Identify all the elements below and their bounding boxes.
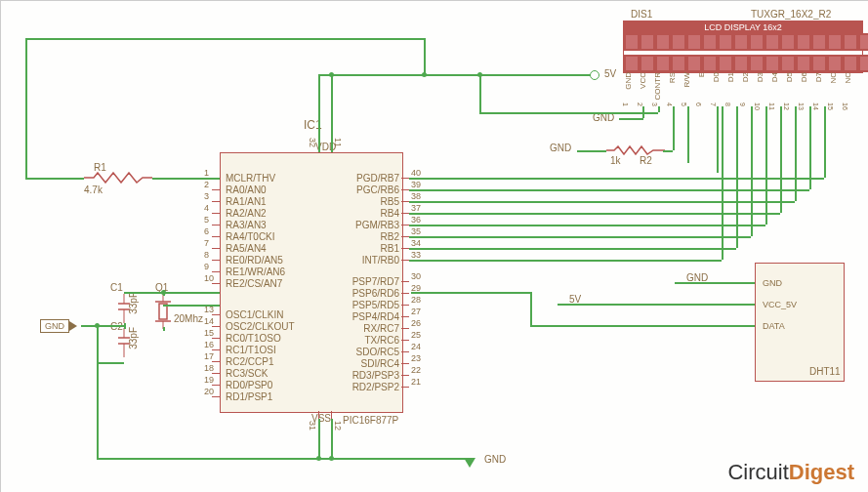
lcd-cell bbox=[811, 33, 827, 51]
lcd-pin-d7: D7 bbox=[814, 72, 823, 82]
wire bbox=[318, 74, 320, 152]
r1-val: 4.7k bbox=[84, 184, 103, 195]
wire bbox=[318, 419, 320, 458]
pin-num: 2 bbox=[204, 180, 209, 189]
wire bbox=[163, 305, 220, 307]
pin-tick bbox=[401, 225, 409, 226]
pin-label-rd0-psp0: RD0/PSP0 bbox=[226, 380, 272, 390]
wire bbox=[687, 106, 689, 163]
pin-tick bbox=[212, 248, 220, 249]
dht-vcc: VCC_5V bbox=[763, 300, 797, 309]
lcd-pin-d6: D6 bbox=[800, 72, 808, 82]
lcd-pinnum: 6 bbox=[695, 102, 702, 106]
pin-label-int-rb0: INT/RB0 bbox=[362, 255, 399, 266]
pin-label-ra2-an2: RA2/AN2 bbox=[226, 208, 267, 219]
pin-tick bbox=[212, 326, 220, 327]
pin-label-ra4-t0cki: RA4/T0CKI bbox=[226, 231, 275, 242]
v5-label: 5V bbox=[604, 68, 616, 79]
wire bbox=[25, 38, 424, 40]
logo-right: Digest bbox=[789, 460, 854, 484]
wire bbox=[409, 189, 809, 191]
c2-ref: C2 bbox=[110, 321, 123, 332]
wire bbox=[81, 325, 124, 327]
pin-num: 24 bbox=[411, 342, 421, 351]
wire bbox=[97, 325, 99, 362]
logo: CircuitDigest bbox=[727, 460, 854, 485]
junction bbox=[329, 456, 334, 461]
lcd-cell bbox=[718, 55, 733, 72]
pin-tick bbox=[401, 316, 409, 317]
wire bbox=[124, 292, 220, 294]
wire bbox=[663, 150, 673, 152]
pin-tick bbox=[212, 271, 220, 272]
lcd-pinnum: 5 bbox=[681, 102, 687, 106]
pin-num: 9 bbox=[204, 262, 209, 271]
pin-tick bbox=[401, 178, 409, 179]
pin-tick bbox=[401, 387, 409, 388]
vcc-5v-node bbox=[590, 70, 599, 80]
c1-ref: C1 bbox=[110, 282, 123, 293]
wire bbox=[25, 38, 27, 178]
lcd-pin-d3: D3 bbox=[756, 72, 765, 82]
pin-num: 20 bbox=[204, 387, 214, 396]
lcd-pin-d0: D0 bbox=[712, 72, 721, 82]
wire bbox=[824, 106, 826, 178]
pin-num: 22 bbox=[411, 365, 421, 375]
lcd-cell bbox=[733, 55, 749, 72]
lcd-title: LCD DISPLAY 16x2 bbox=[624, 21, 862, 33]
pin-num: 23 bbox=[411, 353, 421, 363]
pin-tick bbox=[212, 189, 220, 190]
lcd-pin-d5: D5 bbox=[785, 72, 794, 82]
gnd-label: GND bbox=[484, 454, 506, 465]
pin-label-psp7-rd7: PSP7/RD7 bbox=[352, 276, 399, 287]
lcd-cell bbox=[811, 55, 827, 72]
pin-num: 13 bbox=[204, 305, 214, 314]
pin-num: 33 bbox=[411, 250, 421, 260]
lcd-pinnum: 7 bbox=[710, 102, 717, 106]
lcd-pinnum: 3 bbox=[651, 102, 658, 106]
lcd-cell bbox=[827, 33, 843, 51]
pin-tick bbox=[212, 361, 220, 362]
lcd-cell bbox=[686, 33, 702, 51]
junction bbox=[161, 290, 166, 295]
lcd-pinnum: 8 bbox=[724, 102, 731, 106]
pin-label-sdo-rc5: SDO/RC5 bbox=[356, 347, 399, 357]
pin-num: 38 bbox=[411, 191, 421, 201]
lcd-cell bbox=[843, 33, 858, 51]
wire bbox=[409, 225, 765, 226]
lcd-cell bbox=[671, 55, 686, 72]
pin-tick bbox=[401, 375, 409, 376]
lcd-cell bbox=[749, 33, 765, 51]
lcd-pin-rs: RS bbox=[668, 72, 677, 83]
lcd-pin-contr: CONTR bbox=[653, 72, 662, 100]
pin-label-rb4: RB4 bbox=[381, 208, 399, 219]
lcd-pin-d2: D2 bbox=[741, 72, 750, 82]
wire bbox=[424, 38, 426, 75]
lcd-cell bbox=[702, 55, 718, 72]
wire bbox=[530, 292, 532, 325]
pin-num: 4 bbox=[204, 203, 209, 213]
lcd-pin-e: E bbox=[697, 72, 706, 77]
pin-label-osc1-clkin: OSC1/CLKIN bbox=[226, 309, 283, 320]
pin-tick bbox=[401, 281, 409, 282]
wire bbox=[809, 106, 811, 189]
lcd-pin-r/w: R/W bbox=[682, 72, 691, 88]
wire bbox=[722, 106, 723, 260]
pin-num: 37 bbox=[411, 203, 421, 213]
lcd-cell bbox=[671, 33, 686, 51]
dht-data: DATA bbox=[763, 321, 785, 331]
pin-num: 28 bbox=[411, 295, 421, 305]
pin-label-psp4-rd4: PSP4/RD4 bbox=[352, 311, 399, 322]
junction bbox=[422, 72, 427, 77]
ic1-part: PIC16F877P bbox=[343, 415, 398, 426]
pin-label-rd1-psp1: RD1/PSP1 bbox=[226, 391, 272, 402]
pin-num: 14 bbox=[204, 316, 214, 326]
pin-num: 7 bbox=[204, 238, 209, 248]
lcd-cell bbox=[765, 33, 780, 51]
pin-num: 39 bbox=[411, 180, 421, 189]
lcd-ref: DIS1 bbox=[631, 9, 652, 20]
lcd-cell bbox=[780, 55, 796, 72]
pin-tick bbox=[212, 283, 220, 284]
gnd-port-label: GND bbox=[40, 319, 69, 333]
pin-tick bbox=[401, 293, 409, 294]
